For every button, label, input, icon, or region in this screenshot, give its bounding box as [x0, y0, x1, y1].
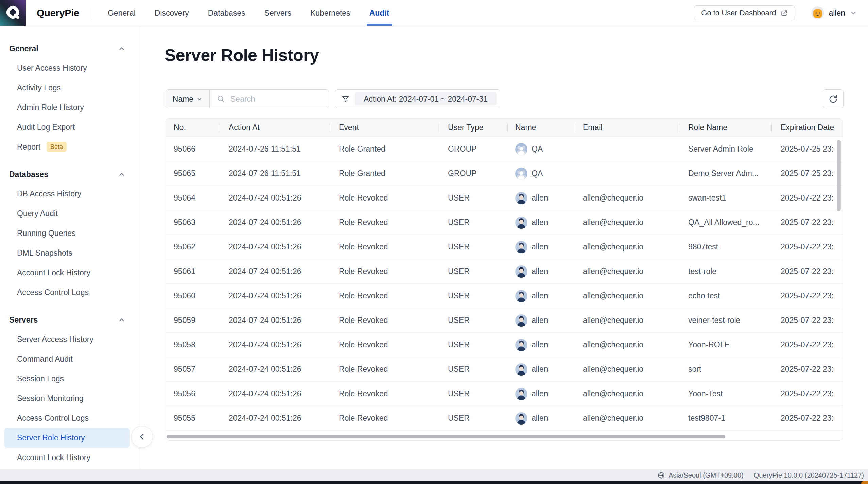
cell-no: 95064	[166, 186, 220, 210]
sidebar-item-command-audit[interactable]: Command Audit	[4, 349, 130, 369]
table-row[interactable]: 95063 2024-07-24 00:51:26 Role Revoked U…	[166, 210, 843, 235]
sidebar-item-admin-role-history[interactable]: Admin Role History	[4, 98, 130, 117]
table-row[interactable]: 95057 2024-07-24 00:51:26 Role Revoked U…	[166, 357, 843, 382]
cell-event: Role Revoked	[330, 259, 439, 283]
go-to-user-dashboard-button[interactable]: Go to User Dashboard	[694, 5, 795, 20]
horizontal-scrollbar-thumb[interactable]	[167, 435, 725, 438]
cell-role-name: 9807test	[679, 235, 771, 259]
sidebar-item-db-access-history[interactable]: DB Access History	[4, 184, 130, 204]
sidebar-header-databases[interactable]: Databases	[0, 165, 140, 184]
row-avatar	[515, 339, 527, 351]
cell-event: Role Revoked	[330, 308, 439, 332]
timezone-status: Asia/Seoul (GMT+09:00)	[657, 471, 744, 479]
nav-item-databases[interactable]: Databases	[208, 0, 245, 26]
querypie-logo-icon[interactable]	[0, 0, 26, 26]
refresh-button[interactable]	[823, 89, 844, 108]
brand-title: QueryPie	[37, 7, 79, 19]
server-role-history-table: No. Action At Event User Type Name Email…	[166, 118, 843, 441]
chevron-up-icon	[118, 45, 125, 52]
cell-name: allen	[507, 235, 574, 259]
cell-email: allen@chequer.io	[574, 235, 679, 259]
row-user-name: allen	[532, 316, 548, 325]
nav-divider	[92, 6, 92, 20]
sidebar-item-dml-snapshots[interactable]: DML Snapshots	[4, 243, 130, 263]
cell-email: allen@chequer.io	[574, 259, 679, 283]
row-avatar	[515, 192, 527, 204]
cell-no: 95066	[166, 137, 220, 161]
cell-name: allen	[507, 382, 574, 406]
table-row[interactable]: 95061 2024-07-24 00:51:26 Role Revoked U…	[166, 259, 843, 284]
cell-event: Role Revoked	[330, 235, 439, 259]
table-row[interactable]: 95059 2024-07-24 00:51:26 Role Revoked U…	[166, 308, 843, 333]
nav-item-audit[interactable]: Audit	[369, 0, 389, 26]
cell-user-type: USER	[439, 406, 507, 430]
cell-name: allen	[507, 406, 574, 430]
table-row[interactable]: 95055 2024-07-24 00:51:26 Role Revoked U…	[166, 406, 843, 431]
cell-user-type: USER	[439, 308, 507, 332]
cell-expiration-date: 2025-07-22 23:	[771, 235, 843, 259]
sidebar-item-access-control-logs-servers[interactable]: Access Control Logs	[4, 408, 130, 428]
cell-expiration-date: 2025-07-22 23:	[771, 186, 843, 210]
date-filter-control[interactable]: Action At: 2024-07-01 ~ 2024-07-31	[335, 89, 500, 108]
search-icon	[216, 94, 225, 103]
nav-item-general[interactable]: General	[108, 0, 136, 26]
search-input[interactable]	[230, 94, 329, 104]
sidebar-item-session-logs[interactable]: Session Logs	[4, 369, 130, 388]
date-range-pill[interactable]: Action At: 2024-07-01 ~ 2024-07-31	[355, 92, 497, 105]
sidebar-item-server-role-history[interactable]: Server Role History	[4, 428, 130, 448]
sidebar-item-server-access-history[interactable]: Server Access History	[4, 329, 130, 349]
chevron-up-icon	[118, 316, 125, 324]
cell-expiration-date: 2025-07-22 23:	[771, 259, 843, 283]
table-body: 95066 2024-07-26 11:51:51 Role Granted G…	[166, 137, 843, 431]
sidebar-item-account-lock-history[interactable]: Account Lock History	[4, 263, 130, 282]
table-row[interactable]: 95062 2024-07-24 00:51:26 Role Revoked U…	[166, 235, 843, 259]
cell-user-type: USER	[439, 333, 507, 357]
row-avatar	[515, 314, 527, 327]
table-row[interactable]: 95056 2024-07-24 00:51:26 Role Revoked U…	[166, 382, 843, 406]
cell-name: allen	[507, 333, 574, 357]
cell-role-name: test-role	[679, 259, 771, 283]
row-avatar	[515, 290, 527, 302]
column-header-expiration-date: Expiration Date	[771, 119, 843, 137]
sidebar-collapse-button[interactable]	[131, 426, 153, 448]
table-row[interactable]: 95065 2024-07-26 11:51:51 Role Granted G…	[166, 161, 843, 186]
cell-user-type: GROUP	[439, 161, 507, 186]
sidebar-header-servers[interactable]: Servers	[0, 310, 140, 329]
cell-role-name: Server Admin Role	[679, 137, 771, 161]
row-user-name: QA	[532, 169, 543, 178]
refresh-icon	[828, 94, 838, 104]
user-menu[interactable]: allen	[811, 6, 857, 19]
table-row[interactable]: 95058 2024-07-24 00:51:26 Role Revoked U…	[166, 333, 843, 357]
vertical-scrollbar-thumb[interactable]	[837, 140, 841, 211]
cell-expiration-date: 2025-07-25 23:	[771, 137, 843, 161]
sidebar-item-access-control-logs[interactable]: Access Control Logs	[4, 282, 130, 302]
external-link-icon	[781, 10, 788, 17]
column-header-user-type: User Type	[439, 119, 507, 137]
nav-item-discovery[interactable]: Discovery	[155, 0, 189, 26]
sidebar-item-user-access-history[interactable]: User Access History	[4, 58, 130, 78]
nav-item-servers[interactable]: Servers	[264, 0, 291, 26]
search-field-dropdown[interactable]: Name	[166, 90, 210, 108]
table-row[interactable]: 95066 2024-07-26 11:51:51 Role Granted G…	[166, 137, 843, 161]
nav-item-kubernetes[interactable]: Kubernetes	[310, 0, 350, 26]
sidebar-item-audit-log-export[interactable]: Audit Log Export	[4, 117, 130, 137]
sidebar-item-activity-logs[interactable]: Activity Logs	[4, 78, 130, 98]
sidebar-header-general[interactable]: General	[0, 39, 140, 58]
cell-name: allen	[507, 210, 574, 235]
cell-action-at: 2024-07-26 11:51:51	[220, 161, 330, 186]
table-row[interactable]: 95064 2024-07-24 00:51:26 Role Revoked U…	[166, 186, 843, 210]
sidebar-item-session-monitoring[interactable]: Session Monitoring	[4, 388, 130, 408]
sidebar-header-label: Servers	[9, 315, 38, 325]
sidebar-item-query-audit[interactable]: Query Audit	[4, 204, 130, 223]
cell-no: 95058	[166, 333, 220, 357]
sidebar-item-account-lock-history-servers[interactable]: Account Lock History	[4, 448, 130, 467]
sidebar-item-report[interactable]: Report Beta	[4, 137, 130, 157]
table-row[interactable]: 95060 2024-07-24 00:51:26 Role Revoked U…	[166, 284, 843, 308]
cell-name: allen	[507, 186, 574, 210]
screen-bottom-edge	[0, 481, 868, 484]
user-name: allen	[829, 8, 845, 18]
cell-no: 95065	[166, 161, 220, 186]
cell-role-name: echo test	[679, 284, 771, 308]
cell-no: 95062	[166, 235, 220, 259]
sidebar-item-running-queries[interactable]: Running Queries	[4, 223, 130, 243]
